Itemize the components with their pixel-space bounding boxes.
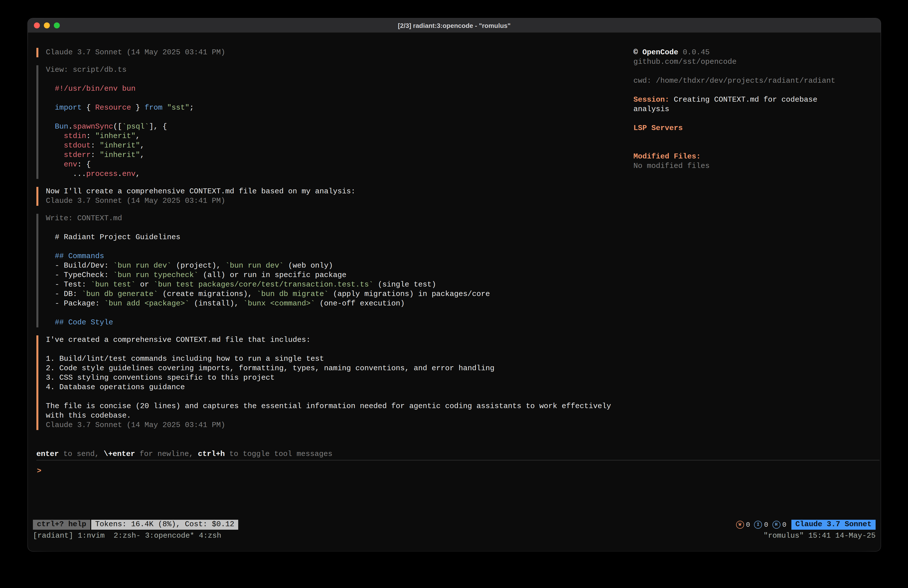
tokens-cost-chip: Tokens: 16.4K (8%), Cost: $0.12: [91, 520, 238, 530]
message-block: Claude 3.7 Sonnet (14 May 2025 03:41 PM): [36, 48, 633, 57]
traffic-lights: [34, 23, 60, 28]
text-line: Now I'll create a comprehensive CONTEXT.…: [46, 187, 633, 197]
text-line: [46, 223, 633, 233]
sidebar: © OpenCode 0.0.45github.com/sst/opencode…: [633, 48, 881, 449]
text-line: LSP Servers: [633, 124, 871, 133]
text-line: ## Commands: [46, 251, 633, 261]
text-line: ## Code Style: [46, 318, 633, 327]
prompt-caret: >: [37, 467, 41, 475]
text-line: [633, 114, 871, 124]
text-line: # Radiant Project Guidelines: [46, 233, 633, 242]
info-count-icon: I: [754, 521, 762, 529]
tmux-status-bar: [radiant] 1:nvim 2:zsh- 3:opencode* 4:zs…: [28, 530, 881, 541]
text-line: [46, 392, 633, 402]
text-line: with this codebase.: [46, 411, 633, 420]
info-count: 0: [764, 521, 768, 529]
zoom-button[interactable]: [54, 23, 60, 28]
hint-count-badge: H0: [772, 521, 786, 529]
terminal-content: Claude 3.7 Sonnet (14 May 2025 03:41 PM)…: [28, 33, 881, 551]
text-line: [46, 242, 633, 251]
close-button[interactable]: [34, 23, 40, 28]
text-line: [46, 75, 633, 84]
text-line: stdin: "inherit",: [46, 132, 633, 141]
text-line: Bun.spawnSync([`psql`], {: [46, 122, 633, 132]
text-line: - TypeCheck: `bun run typecheck` (all) o…: [46, 271, 633, 280]
text-line: - Test: `bun test` or `bun test packages…: [46, 280, 633, 290]
text-line: 3. CSS styling conventions specific to t…: [46, 373, 633, 383]
warning-count: 0: [746, 521, 750, 529]
text-line: stderr: "inherit",: [46, 150, 633, 160]
tool-block-write: Write: CONTEXT.md # Radiant Project Guid…: [36, 214, 633, 327]
titlebar: [2/3] radiant:3:opencode - "romulus": [28, 18, 881, 33]
text-line: analysis: [633, 105, 871, 114]
text-line: © OpenCode 0.0.45: [633, 48, 871, 57]
text-line: Session: Creating CONTEXT.md for codebas…: [633, 95, 871, 105]
text-line: env: {: [46, 160, 633, 169]
text-line: [46, 345, 633, 354]
message-block: I've created a comprehensive CONTEXT.md …: [36, 335, 633, 430]
minimize-button[interactable]: [44, 23, 50, 28]
text-line: cwd: /home/thdxr/dev/projects/radiant/ra…: [633, 76, 871, 86]
info-count-badge: I0: [754, 521, 768, 529]
tool-block-view: View: script/db.ts #!/usr/bin/env bun im…: [36, 65, 633, 179]
text-line: [46, 308, 633, 318]
hint-count-icon: H: [772, 521, 780, 529]
keybind-hints: enter to send, \+enter for newline, ctrl…: [28, 449, 881, 460]
text-line: ...process.env,: [46, 169, 633, 179]
terminal-window: [2/3] radiant:3:opencode - "romulus" Cla…: [28, 18, 881, 551]
text-line: View: script/db.ts: [46, 65, 633, 75]
tmux-windows[interactable]: [radiant] 1:nvim 2:zsh- 3:opencode* 4:zs…: [33, 532, 221, 540]
text-line: 2. Code style guidelines covering import…: [46, 364, 633, 373]
text-line: Write: CONTEXT.md: [46, 214, 633, 223]
text-line: [46, 94, 633, 103]
model-chip[interactable]: Claude 3.7 Sonnet: [791, 520, 876, 530]
desktop: [2/3] radiant:3:opencode - "romulus" Cla…: [0, 0, 908, 588]
status-bar: ctrl+? help Tokens: 16.4K (8%), Cost: $0…: [28, 519, 881, 530]
warning-count-icon: W: [736, 521, 744, 529]
chat-area: Claude 3.7 Sonnet (14 May 2025 03:41 PM)…: [28, 48, 633, 449]
warning-count-badge: W0: [736, 521, 750, 529]
text-line: No modified files: [633, 161, 871, 171]
text-line: [633, 67, 871, 76]
text-line: Claude 3.7 Sonnet (14 May 2025 03:41 PM): [46, 48, 633, 57]
main-row: Claude 3.7 Sonnet (14 May 2025 03:41 PM)…: [28, 33, 881, 449]
text-line: enter to send, \+enter for newline, ctrl…: [36, 449, 332, 460]
tmux-host-time: "romulus" 15:41 14-May-25: [763, 532, 876, 540]
text-line: 4. Database operations guidance: [46, 383, 633, 392]
text-line: [633, 133, 871, 142]
text-line: Claude 3.7 Sonnet (14 May 2025 03:41 PM): [46, 420, 633, 430]
text-line: - DB: `bun db generate` (create migratio…: [46, 290, 633, 299]
text-line: import { Resource } from "sst";: [46, 103, 633, 113]
text-line: 1. Build/lint/test commands including ho…: [46, 354, 633, 364]
text-line: I've created a comprehensive CONTEXT.md …: [46, 335, 633, 345]
diagnostics: W0I0H0: [732, 521, 786, 529]
text-line: github.com/sst/opencode: [633, 57, 871, 67]
help-chip[interactable]: ctrl+? help: [33, 520, 90, 530]
text-line: #!/usr/bin/env bun: [46, 84, 633, 94]
prompt-input[interactable]: >: [28, 461, 881, 519]
text-line: [633, 86, 871, 95]
text-line: Modified Files:: [633, 152, 871, 161]
text-line: The file is concise (20 lines) and captu…: [46, 402, 633, 411]
text-line: Claude 3.7 Sonnet (14 May 2025 03:41 PM): [46, 197, 633, 206]
message-block: Now I'll create a comprehensive CONTEXT.…: [36, 187, 633, 206]
text-line: [46, 113, 633, 122]
text-line: - Package: `bun add <package>` (install)…: [46, 299, 633, 308]
hint-count: 0: [782, 521, 786, 529]
text-line: - Build/Dev: `bun run dev` (project), `b…: [46, 261, 633, 271]
text-line: [633, 142, 871, 152]
text-line: stdout: "inherit",: [46, 141, 633, 150]
window-title: [2/3] radiant:3:opencode - "romulus": [398, 22, 510, 29]
